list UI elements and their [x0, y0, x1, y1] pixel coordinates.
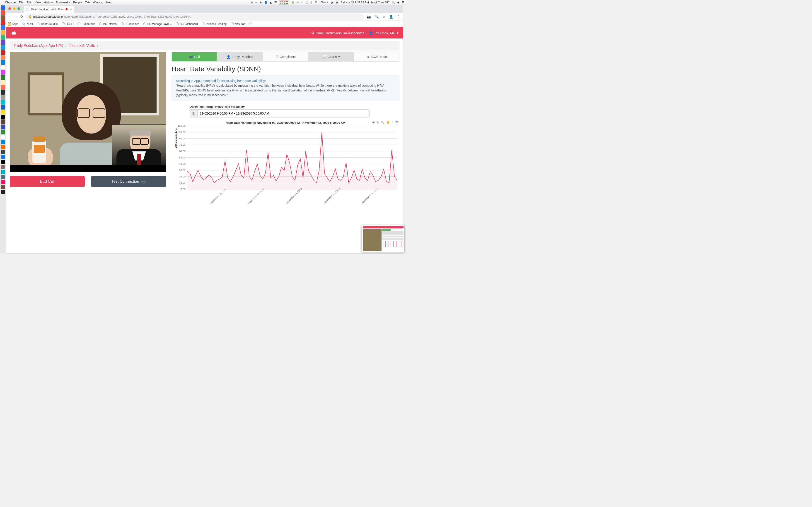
zoom-in-icon[interactable]: ⊕ [372, 121, 375, 124]
pan-icon[interactable]: ✋ [386, 121, 390, 124]
menu-help[interactable]: Help [106, 1, 112, 4]
camera-indicator-icon[interactable]: 📷 [366, 15, 372, 19]
reload-button[interactable]: ⟳ [20, 14, 24, 19]
dock-app-icon[interactable] [1, 170, 5, 174]
menu-people[interactable]: People [73, 1, 82, 4]
new-tab-button[interactable]: ＋ [74, 6, 84, 11]
zoom-out-icon[interactable]: ⊖ [376, 121, 379, 124]
heartcloud-logo-icon[interactable] [11, 30, 17, 36]
tab-charts[interactable]: 📊Charts▾ [308, 52, 354, 61]
pip-thumbnail[interactable] [362, 225, 405, 252]
dock-app-icon[interactable] [1, 45, 5, 50]
dock-app-icon[interactable] [1, 65, 5, 70]
bookmark-item[interactable] [249, 22, 252, 25]
dock-app-icon[interactable] [1, 185, 5, 189]
dock-app-icon[interactable] [1, 135, 5, 139]
window-close-button[interactable] [8, 7, 11, 10]
control-center-icon[interactable]: ⊞ [336, 1, 339, 4]
header-org[interactable]: ⚙ Cook Cardiovascular Associates [311, 31, 364, 35]
dock-app-icon[interactable] [1, 160, 5, 164]
telehealth-video[interactable] [10, 52, 166, 172]
dock-app-icon[interactable] [1, 35, 5, 40]
bookmark-item[interactable]: New Tab [231, 22, 245, 25]
header-user-menu[interactable]: 👤 Ian Cook, MD ▾ [369, 31, 399, 35]
test-connection-button[interactable]: Test Connection 📹 [91, 176, 166, 187]
address-bar[interactable]: 🔒 practices.heartcloud.io/telehealth/vis… [26, 13, 364, 20]
bluetooth-icon[interactable]: ᛒ [311, 1, 312, 4]
dock-app-icon[interactable] [1, 20, 5, 25]
bookmark-item[interactable]: BC Invoices [121, 22, 139, 25]
battery-icon[interactable]: 🔋 [291, 1, 295, 4]
browser-tab[interactable]: HeartCloud for Health Prac ✕ [24, 6, 74, 13]
bookmark-item[interactable]: HCHP [62, 22, 73, 25]
apps-shortcut[interactable]: Apps [8, 22, 18, 25]
menubar-clock[interactable]: Sat Nov 21 9:37:59 PM [341, 1, 369, 4]
tab-call[interactable]: 📹Call [172, 52, 217, 61]
dock-app-icon[interactable] [1, 165, 5, 169]
calendar-icon[interactable]: 🗓 [190, 109, 197, 117]
notification-center-icon[interactable]: ☰ [402, 1, 404, 4]
dock-app-icon[interactable] [1, 90, 5, 95]
dock-app-icon[interactable] [1, 120, 5, 124]
siri-icon[interactable]: ◉ [397, 1, 399, 4]
user-icon[interactable]: 👤 [264, 1, 267, 4]
bookmark-item[interactable]: Invoices Pending [202, 22, 226, 25]
tab-soap-note[interactable]: 🗎SOAP Note [354, 52, 399, 61]
bookmark-item[interactable]: BrainCloud [78, 22, 95, 25]
dock-app-icon[interactable] [1, 175, 5, 179]
menu-view[interactable]: View [35, 1, 41, 4]
end-call-button[interactable]: End Call [10, 176, 85, 187]
menu-tab[interactable]: Tab [85, 1, 90, 4]
dock-app-icon[interactable] [1, 25, 5, 30]
date-range-input[interactable] [197, 109, 369, 117]
dock-app-icon[interactable] [1, 70, 5, 75]
bookmark-item[interactable]: BC Manage Paym... [143, 22, 172, 25]
forward-button[interactable]: → [14, 15, 18, 19]
dock-app-icon[interactable] [1, 150, 5, 154]
dock-app-icon[interactable] [1, 155, 5, 159]
dock-app-icon[interactable] [1, 15, 5, 20]
telegram-icon[interactable]: ✈ [297, 1, 299, 4]
dock-app-icon[interactable] [1, 85, 5, 90]
tab-patient[interactable]: 👤Trudy Podobas [217, 52, 263, 61]
volume-icon[interactable]: 🔊 [331, 1, 334, 4]
window-zoom-button[interactable] [17, 7, 20, 10]
back-button[interactable]: ← [8, 15, 12, 19]
reset-icon[interactable]: ⌂ [392, 121, 394, 124]
bookmark-item[interactable]: 📎eFax [22, 22, 33, 25]
dock-app-icon[interactable] [1, 145, 5, 150]
chart-plot-area[interactable]: Milliseconds (ms) 0.0010.0020.0030.0040.… [187, 126, 397, 189]
dock-app-icon[interactable] [1, 95, 5, 100]
menubar-user[interactable]: Ian A Cook MD [371, 1, 389, 4]
dock-app-icon[interactable] [1, 50, 5, 55]
bookmark-star-icon[interactable]: ☆ [382, 15, 386, 19]
menu-history[interactable]: History [44, 1, 53, 4]
dock-app-icon[interactable] [1, 30, 5, 35]
tab-close-icon[interactable]: ✕ [69, 8, 72, 11]
dock-app-icon[interactable] [1, 75, 5, 80]
apple-method-link[interactable]: According to Apple's method for calculat… [176, 79, 266, 82]
bookmark-item[interactable]: HeartCloud.io [37, 22, 58, 25]
breadcrumb-section[interactable]: Telehealth Visits [69, 44, 95, 48]
bookmark-item[interactable]: BC Intakes [99, 22, 117, 25]
dock-app-icon[interactable] [1, 5, 5, 10]
spotlight-icon[interactable]: 🔍 [392, 1, 395, 4]
dock-app-icon[interactable] [1, 125, 5, 129]
dock-app-icon[interactable] [1, 80, 5, 84]
dock-app-icon[interactable] [1, 140, 5, 145]
dock-app-icon[interactable] [1, 190, 5, 194]
airplay-icon[interactable]: ▢ [306, 1, 308, 4]
dock-app-icon[interactable] [1, 130, 5, 134]
wifi-icon[interactable]: ⦿ [314, 1, 317, 4]
dock-app-icon[interactable] [1, 105, 5, 110]
status-icon[interactable]: ☯ [259, 1, 262, 4]
dock-app-icon[interactable] [1, 55, 5, 60]
status-icon[interactable]: ☰ [274, 1, 277, 4]
dock-app-icon[interactable] [1, 100, 5, 105]
status-icon[interactable]: ◐ [270, 1, 272, 4]
status-icon[interactable]: ⧉ [251, 1, 253, 4]
dock-app-icon[interactable] [1, 40, 5, 45]
dock-app-icon[interactable] [1, 180, 5, 184]
menu-window[interactable]: Window [93, 1, 103, 4]
window-minimize-button[interactable] [13, 7, 16, 10]
